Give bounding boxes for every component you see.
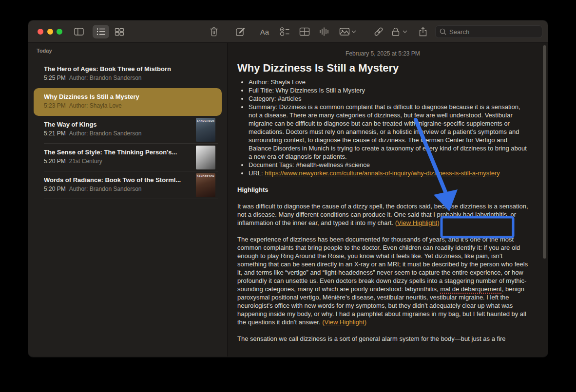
paren-close: ) <box>365 318 366 326</box>
note-time: 5:20 PM <box>44 186 66 192</box>
search-placeholder: Search <box>449 28 469 36</box>
note-time: 5:21 PM <box>44 130 66 137</box>
article-url-link[interactable]: https://www.newyorker.com/culture/annals… <box>265 169 500 177</box>
thumbnail-text: SANDERSON <box>196 175 215 178</box>
notes-list-sidebar: Today The Hero of Ages: Book Three of Mi… <box>28 43 228 356</box>
checklist-icon <box>280 26 290 37</box>
zoom-window-button[interactable] <box>57 29 62 35</box>
note-title: Why Dizziness Is Still a Mystery <box>44 93 215 100</box>
highlight-text: It was difficult to diagnose the cause o… <box>237 203 528 226</box>
note-subtitle-row: 5:25 PM Author: Brandon Sanderson <box>44 75 215 81</box>
share-button[interactable] <box>416 25 430 38</box>
note-body: February 5, 2025 at 5:23 PM Why Dizzines… <box>228 43 548 343</box>
note-thumbnail: SANDERSON <box>196 118 215 142</box>
highlight-paragraph-3: The sensation we call dizziness is a sor… <box>237 335 528 343</box>
note-list-item[interactable]: Words of Radiance: Book Two of the Storm… <box>34 171 222 199</box>
note-thumbnail <box>196 146 215 169</box>
note-subtitle: 21st Century <box>69 158 102 165</box>
view-highlight-link[interactable]: View Highlight <box>397 219 437 226</box>
format-icon: Aa <box>260 28 269 36</box>
meta-category: Category: #articles <box>249 94 528 103</box>
meta-tags: Document Tags: #health-wellness #science <box>249 161 528 169</box>
note-time: 5:23 PM <box>44 102 66 109</box>
note-list-item-selected[interactable]: Why Dizziness Is Still a Mystery 5:23 PM… <box>34 88 222 116</box>
link-icon <box>373 26 384 37</box>
toolbar: Aa <box>28 20 548 43</box>
highlight-paragraph-2: The experience of dizziness has been doc… <box>237 235 528 326</box>
note-title: Words of Radiance: Book Two of the Storm… <box>44 176 192 184</box>
gallery-view-icon <box>114 26 125 37</box>
note-subtitle-row: 5:23 PM Author: Shayla Love <box>44 102 215 109</box>
list-view-icon <box>96 26 106 37</box>
misspelled-phrase: mal de débarquement <box>440 285 501 293</box>
list-divider <box>44 199 218 199</box>
compose-note-button[interactable] <box>233 25 247 38</box>
lock-icon <box>390 26 401 37</box>
highlight-text: The experience of dizziness has been doc… <box>237 236 528 293</box>
section-label-today: Today <box>37 48 227 54</box>
table-button[interactable] <box>298 25 311 38</box>
delete-note-button[interactable] <box>207 25 221 38</box>
trash-icon <box>209 26 219 37</box>
note-time: 5:25 PM <box>44 75 66 81</box>
note-subtitle-row: 5:20 PM 21st Century <box>44 158 192 165</box>
note-thumbnail: SANDERSON <box>196 173 215 197</box>
note-subtitle: Author: Brandon Sanderson <box>69 75 142 81</box>
sidebar-toggle-button[interactable] <box>72 25 86 38</box>
note-editor[interactable]: February 5, 2025 at 5:23 PM Why Dizzines… <box>228 43 548 356</box>
note-subtitle: Author: Brandon Sanderson <box>69 130 142 137</box>
editor-scrollbar[interactable] <box>543 45 546 259</box>
chevron-down-icon <box>351 30 356 33</box>
meta-full-title: Full Title: Why Dizziness Is Still a Mys… <box>249 86 528 94</box>
share-icon <box>418 26 428 37</box>
media-icon <box>339 26 350 37</box>
meta-summary: Summary: Dizziness is a common complaint… <box>249 103 528 161</box>
note-time: 5:20 PM <box>44 158 66 165</box>
highlight-paragraph-1: It was difficult to diagnose the cause o… <box>237 202 528 227</box>
note-title: The Hero of Ages: Book Three of Mistborn <box>44 65 215 73</box>
gallery-view-button[interactable] <box>113 25 126 38</box>
chevron-down-icon <box>403 30 407 33</box>
table-icon <box>299 26 310 37</box>
meta-author: Author: Shayla Love <box>249 78 528 86</box>
note-date: February 5, 2025 at 5:23 PM <box>237 50 528 58</box>
note-list-item[interactable]: The Way of Kings 5:21 PM Author: Brandon… <box>34 116 222 144</box>
insert-media-button[interactable] <box>339 25 356 38</box>
audio-button[interactable] <box>317 25 331 38</box>
note-title: The Way of Kings <box>44 121 192 128</box>
note-subtitle-row: 5:21 PM Author: Brandon Sanderson <box>44 130 192 137</box>
note-subtitle-row: 5:20 PM Author: Brandon Sanderson <box>44 186 192 192</box>
search-input[interactable]: Search <box>435 25 542 38</box>
note-heading: Why Dizziness Is Still a Mystery <box>237 64 528 72</box>
highlights-heading: Highlights <box>237 186 528 194</box>
compose-icon <box>235 26 246 37</box>
note-subtitle: Author: Shayla Love <box>69 102 122 109</box>
format-text-button[interactable]: Aa <box>258 25 271 38</box>
close-window-button[interactable] <box>38 29 43 35</box>
note-list-item[interactable]: The Sense of Style: The Thinking Person'… <box>34 144 222 171</box>
add-link-button[interactable] <box>372 25 385 38</box>
note-title: The Sense of Style: The Thinking Person'… <box>44 149 192 156</box>
url-label: URL: <box>249 169 265 177</box>
note-subtitle: Author: Brandon Sanderson <box>69 186 142 192</box>
note-list-item[interactable]: The Hero of Ages: Book Three of Mistborn… <box>34 60 222 88</box>
view-highlight-link[interactable]: View Highlight <box>325 318 365 326</box>
notes-window: Aa <box>28 20 548 357</box>
sidebar-toggle-icon <box>74 26 84 37</box>
note-metadata-list: Author: Shayla Love Full Title: Why Dizz… <box>237 78 528 177</box>
paren-close: ) <box>437 219 439 226</box>
meta-url: URL: https://www.newyorker.com/culture/a… <box>249 169 528 177</box>
list-view-button[interactable] <box>93 25 109 38</box>
minimize-window-button[interactable] <box>47 29 53 35</box>
thumbnail-text: SANDERSON <box>196 119 215 122</box>
checklist-button[interactable] <box>278 25 292 38</box>
waveform-icon <box>319 26 329 37</box>
search-icon <box>440 28 446 35</box>
lock-note-button[interactable] <box>390 25 407 38</box>
